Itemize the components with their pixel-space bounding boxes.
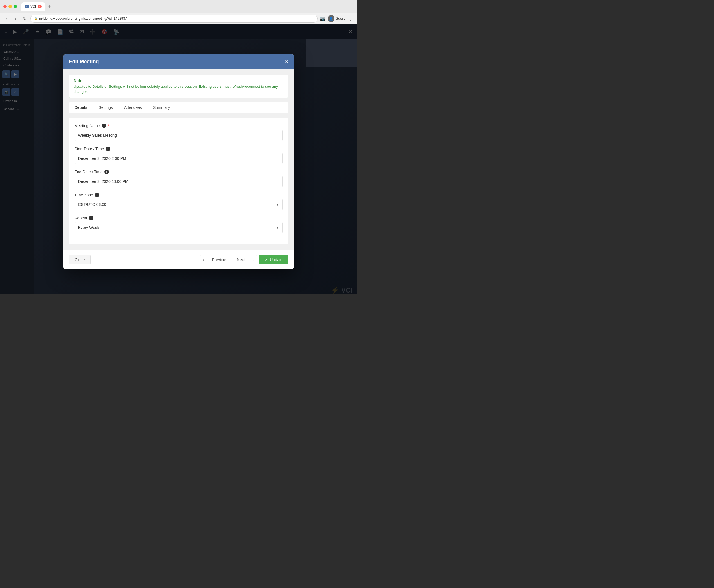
modal-body: Note: Updates to Details or Settings wil… [63,69,294,250]
modal-tabs: Details Settings Attendees Summary [69,102,288,113]
tab-attendees[interactable]: Attendees [119,102,147,113]
timezone-select[interactable]: CST/UTC-06:00 [75,199,283,210]
end-date-label: End Date / Time i [75,170,283,174]
meeting-name-label: Meeting Name i * [75,124,283,128]
previous-arrow-button[interactable]: ‹ [200,255,207,264]
browser-chrome: V VCI × + ‹ › ↻ 🔒 m4demo.videoconferenci… [0,0,357,24]
profile-button[interactable]: 👤 Guest [328,15,344,22]
start-date-label: Start Date / Time i [75,147,283,151]
ssl-lock-icon: 🔒 [34,17,37,20]
update-checkmark: ✓ [265,257,268,262]
start-date-group: Start Date / Time i [75,147,283,164]
repeat-group: Repeat i Every Week ▼ [75,216,283,233]
minimize-traffic-light[interactable] [8,5,12,8]
browser-menu-button[interactable]: ⋮ [347,15,354,22]
repeat-label: Repeat i [75,216,283,220]
modal-title: Edit Meeting [69,59,99,65]
tab-details[interactable]: Details [69,102,93,113]
footer-right: ‹ Previous Next › ✓ Update [200,255,288,265]
browser-toolbar: ‹ › ↻ 🔒 m4demo.videoconferencinginfo.com… [0,13,357,24]
back-button[interactable]: ‹ [3,15,10,22]
prev-next-container: ‹ Previous Next › [200,255,257,265]
modal-overlay: Edit Meeting × Note: Updates to Details … [0,24,357,294]
url-text: m4demo.videoconferencinginfo.com/meeting… [39,17,127,21]
timezone-select-wrapper: CST/UTC-06:00 ▼ [75,199,283,210]
update-button[interactable]: ✓ Update [259,255,288,264]
repeat-select-wrapper: Every Week ▼ [75,222,283,233]
address-bar[interactable]: 🔒 m4demo.videoconferencinginfo.com/meeti… [30,15,318,22]
close-traffic-light[interactable] [3,5,7,8]
timezone-group: Time Zone i CST/UTC-06:00 ▼ [75,193,283,210]
tab-favicon: V [25,4,29,8]
new-tab-button[interactable]: + [46,3,53,10]
app-content: ≡ ▶ 🎤 🖥 💬 📄 📽 ✉ ➕ 🎯 📡 ✕ ▼ Conference Det… [0,24,357,294]
start-date-input[interactable] [75,153,283,164]
update-label: Update [270,257,282,262]
edit-meeting-modal: Edit Meeting × Note: Updates to Details … [63,54,294,269]
modal-footer: Close ‹ Previous Next › ✓ Update [63,250,294,269]
modal-close-button[interactable]: × [285,59,288,64]
note-box: Note: Updates to Details or Settings wil… [69,75,288,98]
browser-titlebar: V VCI × + [0,0,357,13]
meeting-name-info-icon: i [102,124,106,128]
reload-button[interactable]: ↻ [21,15,28,22]
end-date-input[interactable] [75,176,283,187]
timezone-label: Time Zone i [75,193,283,197]
profile-avatar: 👤 [328,15,335,22]
meeting-name-input[interactable] [75,130,283,141]
next-label: Next [232,255,250,264]
tab-close-button[interactable]: × [38,4,42,8]
repeat-info-icon: i [89,216,93,220]
form-section: Meeting Name i * Start Date / Time i [69,118,288,245]
maximize-traffic-light[interactable] [14,5,17,8]
required-star: * [108,124,109,128]
tab-bar: V VCI × + [21,2,354,11]
previous-label: Previous [207,255,232,264]
end-date-group: End Date / Time i [75,170,283,187]
meeting-name-group: Meeting Name i * [75,124,283,141]
next-arrow-button[interactable]: › [250,255,257,264]
browser-tab-vci[interactable]: V VCI × [21,2,45,11]
camera-icon[interactable]: 📷 [320,16,326,21]
start-date-info-icon: i [106,147,110,151]
end-date-info-icon: i [104,170,109,174]
tab-summary[interactable]: Summary [147,102,175,113]
profile-label: Guest [336,17,344,21]
modal-header: Edit Meeting × [63,54,294,69]
forward-button[interactable]: › [13,15,19,22]
repeat-select[interactable]: Every Week [75,222,283,233]
traffic-lights [3,5,17,8]
tab-settings[interactable]: Settings [93,102,119,113]
close-button[interactable]: Close [69,255,91,265]
note-title: Note: [74,79,284,83]
tab-title: VCI [30,4,36,8]
note-text: Updates to Details or Settings will not … [74,84,284,94]
timezone-info-icon: i [95,193,99,197]
